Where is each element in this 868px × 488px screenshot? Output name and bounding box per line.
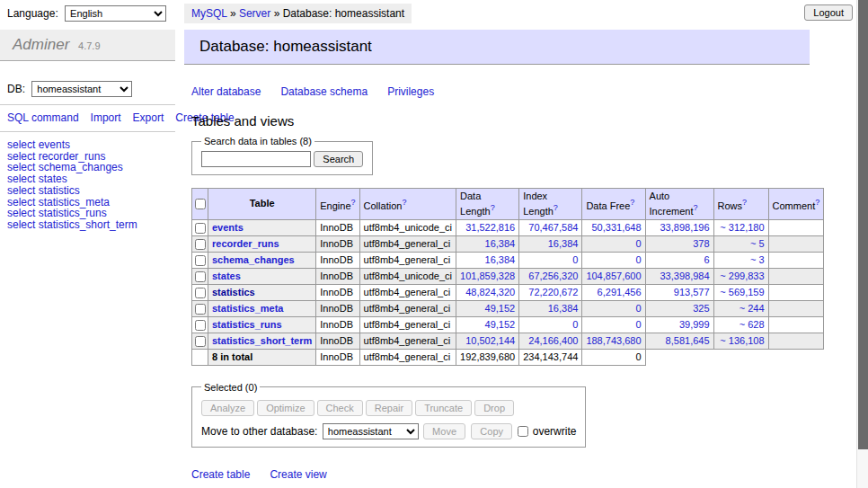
table-name-link[interactable]: statistics_short_term [212, 335, 312, 346]
data_free-link[interactable]: 50,331,648 [591, 222, 641, 233]
language-select[interactable]: English [65, 5, 166, 22]
copy-button[interactable]: Copy [471, 423, 512, 439]
row-checkbox[interactable] [195, 223, 206, 234]
auto_increment-link[interactable]: 33,398,984 [660, 271, 709, 281]
index_length-link[interactable]: 16,384 [548, 238, 579, 249]
overwrite-checkbox[interactable] [518, 426, 528, 437]
data_length-link[interactable]: 49,152 [485, 319, 516, 330]
overwrite-label[interactable]: overwrite [533, 425, 577, 438]
database-action-link[interactable]: Alter database [191, 85, 261, 98]
row-checkbox[interactable] [195, 239, 206, 250]
data_free-link[interactable]: 0 [635, 254, 641, 265]
index_length-link[interactable]: 24,166,400 [528, 335, 578, 346]
data_free-link[interactable]: 0 [635, 319, 641, 330]
rows-link[interactable]: ~ 3 [750, 254, 765, 265]
column-help-link[interactable]: ? [742, 198, 747, 207]
create-link[interactable]: Create view [270, 468, 326, 481]
data_length-link[interactable]: 10,502,144 [465, 335, 515, 346]
auto_increment-link[interactable]: 39,999 [679, 319, 710, 330]
row-checkbox[interactable] [195, 271, 206, 282]
data_free-link[interactable]: 6,291,456 [598, 287, 642, 297]
table-name-link[interactable]: states [212, 271, 241, 281]
data_length-link[interactable]: 101,859,328 [460, 271, 515, 281]
rows-link[interactable]: ~ 244 [740, 303, 765, 314]
data_free-link[interactable]: 104,857,600 [586, 271, 641, 281]
index_length-link[interactable]: 70,467,584 [528, 222, 578, 233]
row-checkbox[interactable] [195, 320, 206, 331]
column-help-link[interactable]: ? [554, 203, 558, 212]
row-checkbox[interactable] [195, 288, 206, 298]
create-link[interactable]: Create table [191, 468, 250, 481]
table-name-link[interactable]: statistics_meta [212, 303, 284, 314]
row-checkbox[interactable] [195, 304, 206, 315]
row-checkbox[interactable] [195, 255, 206, 266]
table-name-link[interactable]: statistics_runs [212, 319, 282, 330]
auto_increment-link[interactable]: 325 [693, 303, 709, 314]
comment-cell [768, 235, 824, 252]
table-name-link[interactable]: schema_changes [212, 254, 295, 265]
column-help-link[interactable]: ? [351, 198, 356, 207]
select-all-checkbox[interactable] [195, 199, 206, 209]
row-checkbox[interactable] [195, 336, 206, 347]
breadcrumb: MySQL » Server » Database: homeassistant [184, 4, 412, 23]
selected-op-button[interactable]: Analyze [201, 400, 254, 416]
db-select[interactable]: homeassistant [31, 81, 132, 97]
column-help-link[interactable]: ? [630, 198, 634, 207]
table-name-link[interactable]: statistics [212, 287, 255, 297]
rows-link[interactable]: ~ 5 [750, 238, 765, 249]
rows-link[interactable]: ~ 312,180 [720, 222, 764, 233]
move-db-select[interactable]: homeassistant [323, 423, 419, 439]
scrollbar-thumb[interactable] [858, 0, 868, 449]
index_length-link[interactable]: 0 [572, 319, 578, 330]
data_length-link[interactable]: 16,384 [485, 254, 516, 265]
auto_increment-link[interactable]: 378 [693, 238, 709, 249]
sidebar-select-link[interactable]: select statistics_short_term [7, 218, 137, 231]
rows-link[interactable]: ~ 569,159 [720, 287, 764, 297]
data_free-link[interactable]: 0 [635, 238, 641, 249]
move-button[interactable]: Move [423, 423, 465, 439]
index_length-link[interactable]: 0 [572, 254, 578, 265]
database-action-link[interactable]: Database schema [280, 85, 368, 98]
sidebar-action-link[interactable]: Export [133, 111, 164, 124]
breadcrumb-separator: » [274, 7, 280, 20]
column-help-link[interactable]: ? [402, 198, 406, 207]
totals-row: 8 in totalInnoDButf8mb4_general_ci192,83… [192, 349, 824, 365]
search-input[interactable] [201, 151, 311, 167]
data_length-link[interactable]: 48,824,320 [465, 287, 515, 297]
index_length-link[interactable]: 72,220,672 [528, 287, 578, 297]
auto_increment-link[interactable]: 6 [704, 254, 709, 265]
scrollbar-track[interactable] [856, 0, 868, 488]
breadcrumb-mysql-link[interactable]: MySQL [191, 7, 227, 20]
selected-op-button[interactable]: Drop [474, 400, 514, 416]
rows-link[interactable]: ~ 299,833 [720, 271, 764, 281]
rows-link[interactable]: ~ 136,108 [720, 335, 764, 346]
index_length-link[interactable]: 67,256,320 [528, 271, 578, 281]
table-name-link[interactable]: recorder_runs [212, 238, 279, 249]
data_free-link[interactable]: 0 [635, 303, 641, 314]
logout-button[interactable]: Logout [804, 4, 853, 21]
column-help: ? [491, 203, 495, 212]
data_length-link[interactable]: 16,384 [485, 238, 516, 249]
auto_increment-link[interactable]: 8,581,645 [666, 335, 710, 346]
rows-link[interactable]: ~ 628 [740, 319, 765, 330]
sidebar-action-link[interactable]: Import [91, 111, 121, 124]
table-name-link[interactable]: events [212, 222, 244, 233]
auto_increment-link[interactable]: 913,577 [674, 287, 710, 297]
column-help-link[interactable]: ? [693, 203, 697, 212]
data_length-cell: 49,152 [456, 300, 519, 316]
index_length-link[interactable]: 16,384 [548, 303, 579, 314]
sidebar-action-link[interactable]: SQL command [7, 111, 79, 124]
selected-op-button[interactable]: Truncate [415, 400, 472, 416]
data_free-link[interactable]: 188,743,680 [586, 335, 641, 346]
selected-op-button[interactable]: Repair [366, 400, 412, 416]
selected-op-button[interactable]: Optimize [257, 400, 314, 416]
column-help-link[interactable]: ? [815, 198, 819, 207]
database-action-link[interactable]: Privileges [387, 85, 434, 98]
breadcrumb-server-link[interactable]: Server [239, 7, 270, 20]
data_length-link[interactable]: 49,152 [485, 303, 516, 314]
auto_increment-link[interactable]: 33,898,196 [660, 222, 709, 233]
selected-op-button[interactable]: Check [317, 400, 363, 416]
column-help-link[interactable]: ? [491, 203, 495, 212]
data_length-link[interactable]: 31,522,816 [465, 222, 515, 233]
search-button[interactable]: Search [314, 151, 363, 167]
